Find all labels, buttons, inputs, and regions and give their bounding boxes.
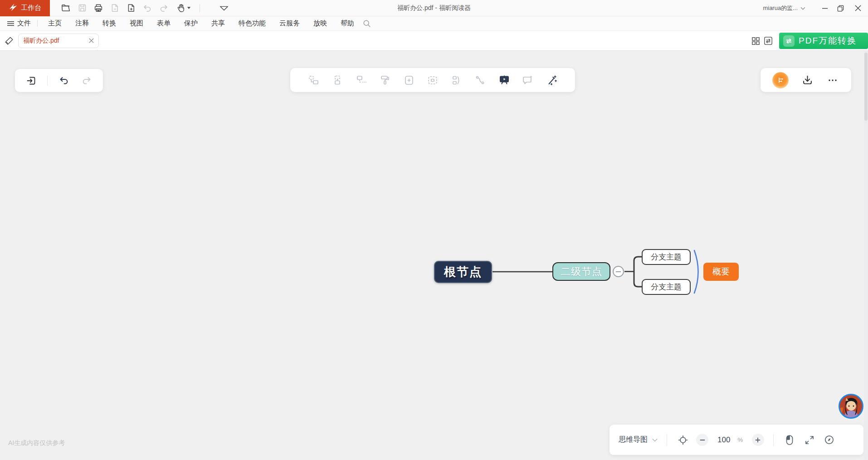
workspace-button[interactable]: 工作台 (0, 0, 50, 16)
user-name: miarua的监... (763, 4, 798, 12)
mindmap-summary-node[interactable]: 概要 (703, 263, 739, 281)
quick-toolbar (59, 2, 231, 15)
mindmap-root-node[interactable]: 根节点 (434, 261, 492, 283)
menu-item-convert[interactable]: 转换 (96, 16, 123, 31)
chevron-down-icon (652, 438, 658, 442)
workspace-label: 工作台 (21, 4, 41, 12)
new-page-button[interactable] (124, 2, 138, 15)
zoom-in-button[interactable] (752, 434, 764, 446)
mode-label: 思维导图 (619, 435, 648, 445)
map-redo-button[interactable] (80, 74, 93, 88)
undo-button[interactable] (141, 2, 154, 15)
diagram-mode-select[interactable]: 思维导图 (619, 435, 658, 445)
presentation-button[interactable] (497, 73, 511, 87)
canvas-left-toolbar (15, 69, 103, 92)
mindmap-canvas[interactable]: 根节点 二级节点 分支主题 分支主题 概要 思维导图 (0, 51, 868, 460)
mindmap-branch-node-1[interactable]: 分支主题 (642, 249, 691, 265)
hand-tool-button[interactable] (173, 2, 193, 15)
canvas-right-toolbar (761, 68, 851, 92)
tab-title: 福昕办公.pdf (23, 37, 85, 45)
annotate-pen-button[interactable] (0, 36, 18, 46)
insert-node-button[interactable] (402, 73, 416, 87)
titlebar-right: miarua的监... (763, 0, 868, 16)
mouse-mode-button[interactable] (783, 433, 796, 447)
summary-node-label: 概要 (712, 266, 730, 278)
menu-label: 共享 (211, 19, 225, 28)
navigate-button[interactable] (823, 433, 836, 447)
close-tab-icon[interactable] (89, 38, 94, 43)
canvas-status-bar: 思维导图 100 % (610, 425, 863, 455)
menu-item-view[interactable]: 视图 (123, 16, 150, 31)
tab-grid-view-button[interactable] (749, 34, 762, 47)
collapse-toolbar-button[interactable] (217, 2, 231, 15)
chevron-down-icon (800, 7, 805, 10)
center-map-button[interactable] (676, 433, 690, 447)
fullscreen-button[interactable] (803, 433, 816, 447)
menu-label: 转换 (102, 19, 116, 28)
add-child-node-button[interactable] (307, 73, 321, 87)
menu-label: 保护 (184, 19, 198, 28)
menu-item-comment[interactable]: 注释 (68, 16, 96, 31)
menu-item-help[interactable]: 帮助 (334, 16, 361, 31)
tab-switch-button[interactable] (762, 34, 775, 47)
menu-item-present[interactable]: 放映 (307, 16, 334, 31)
select-area-button[interactable] (426, 73, 439, 87)
mindmap-secondary-node[interactable]: 二级节点 (552, 262, 610, 281)
user-avatar[interactable] (839, 394, 863, 419)
more-options-button[interactable] (826, 73, 839, 87)
ai-structure-button[interactable] (772, 72, 789, 88)
open-file-button[interactable] (59, 2, 73, 15)
ai-magic-wand-button[interactable] (545, 73, 559, 87)
menu-item-file[interactable]: 文件 (6, 19, 35, 28)
menu-item-protect[interactable]: 保护 (177, 16, 205, 31)
exit-editor-button[interactable] (24, 74, 38, 88)
compass-icon (824, 435, 834, 445)
menu-item-cloud[interactable]: 云服务 (273, 16, 307, 31)
avatar-image (840, 395, 862, 417)
pdf-convert-button[interactable]: PDF万能转换 (779, 33, 868, 49)
collapse-branch-button[interactable] (613, 266, 624, 277)
print-button[interactable] (92, 2, 105, 15)
add-parent-node-button[interactable] (331, 73, 344, 87)
map-undo-button[interactable] (57, 74, 71, 88)
menu-item-form[interactable]: 表单 (150, 16, 177, 31)
menu-item-share[interactable]: 共享 (205, 16, 232, 31)
document-tab[interactable]: 福昕办公.pdf (18, 34, 99, 48)
user-account-menu[interactable]: miarua的监... (763, 4, 805, 12)
add-relation-button[interactable] (473, 73, 487, 87)
convert-swap-icon (783, 35, 795, 47)
mindmap-connectors (0, 51, 868, 460)
mindmap-branch-node-2[interactable]: 分支主题 (642, 279, 691, 295)
ai-comment-button[interactable] (521, 73, 535, 87)
add-summary-button[interactable] (450, 73, 463, 87)
scrollbar-thumb[interactable] (864, 53, 868, 121)
restore-button[interactable] (833, 0, 848, 16)
add-sibling-node-button[interactable] (355, 73, 368, 87)
save-button[interactable] (75, 2, 89, 15)
menu-label: 特色功能 (239, 19, 266, 28)
foxit-logo-icon (9, 3, 18, 13)
menu-label: 云服务 (279, 19, 300, 28)
zoom-percent-sign: % (737, 436, 743, 443)
format-painter-button[interactable] (378, 73, 392, 87)
extract-page-button[interactable] (108, 2, 122, 15)
expand-icon (805, 435, 814, 445)
close-button[interactable] (848, 0, 868, 16)
menu-label: 主页 (48, 19, 62, 28)
tabbar-right: PDF万能转换 (749, 31, 868, 51)
zoom-level-value: 100 (717, 436, 730, 445)
menu-item-home[interactable]: 主页 (41, 16, 68, 31)
menu-bar: 文件 主页 注释 转换 视图 表单 保护 共享 特色功能 云服务 放映 帮助 (0, 16, 868, 31)
zoom-out-button[interactable] (696, 434, 708, 446)
secondary-node-label: 二级节点 (561, 265, 602, 279)
download-button[interactable] (800, 73, 814, 87)
menu-label: 注释 (75, 19, 89, 28)
tab-bar: 福昕办公.pdf PDF万能转换 (0, 31, 868, 51)
vertical-scrollbar[interactable] (864, 51, 868, 460)
minimize-button[interactable] (817, 0, 833, 16)
ellipsis-icon (827, 75, 838, 86)
grid-icon (751, 37, 760, 45)
menu-item-features[interactable]: 特色功能 (232, 16, 273, 31)
search-button[interactable] (363, 20, 371, 28)
redo-button[interactable] (157, 2, 171, 15)
